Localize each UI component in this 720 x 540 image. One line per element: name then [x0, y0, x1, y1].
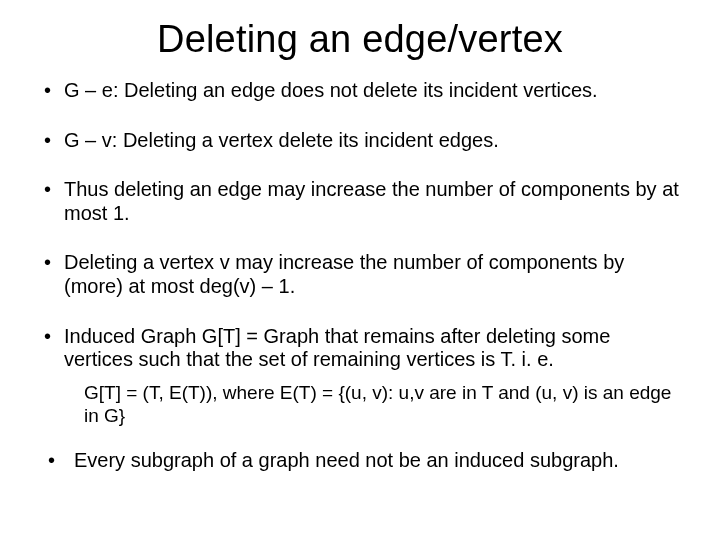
- bullet-item: Every subgraph of a graph need not be an…: [40, 449, 680, 473]
- bullet-item: G – v: Deleting a vertex delete its inci…: [40, 129, 680, 153]
- bullet-item: Induced Graph G[T] = Graph that remains …: [40, 325, 680, 372]
- bullet-item: Thus deleting an edge may increase the n…: [40, 178, 680, 225]
- bullet-list: G – e: Deleting an edge does not delete …: [40, 79, 680, 372]
- bullet-list-2: Every subgraph of a graph need not be an…: [40, 449, 680, 473]
- formula-text: G[T] = (T, E(T)), where E(T) = {(u, v): …: [84, 382, 680, 428]
- bullet-item: Deleting a vertex v may increase the num…: [40, 251, 680, 298]
- slide: Deleting an edge/vertex G – e: Deleting …: [0, 0, 720, 540]
- bullet-item: G – e: Deleting an edge does not delete …: [40, 79, 680, 103]
- slide-title: Deleting an edge/vertex: [40, 18, 680, 61]
